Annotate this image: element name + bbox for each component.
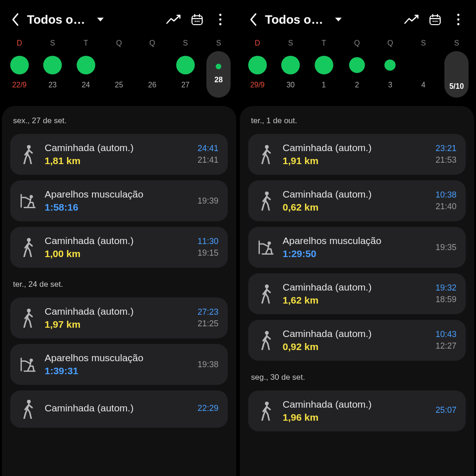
day-of-week-label: S: [288, 39, 293, 49]
svg-point-27: [435, 21, 436, 22]
activity-duration: 23:21: [436, 144, 456, 153]
week-day[interactable]: Q26: [137, 39, 167, 99]
weights-icon: [20, 191, 36, 211]
activity-dot: [216, 64, 221, 69]
activity-time: 19:35: [436, 243, 456, 252]
trends-button[interactable]: [165, 10, 183, 29]
svg-rect-0: [192, 16, 202, 25]
day-indicator: [74, 53, 98, 77]
activity-entry[interactable]: Aparelhos musculação1:58:1619:39: [10, 180, 228, 221]
day-indicator: 5/10: [444, 51, 469, 98]
day-indicator: [173, 53, 198, 77]
day-of-week-label: S: [421, 39, 426, 49]
walk-icon: [258, 144, 274, 165]
activity-entry[interactable]: Caminhada (autom.)22:29: [10, 390, 228, 428]
day-of-week-label: D: [255, 39, 260, 49]
activity-entry[interactable]: Caminhada (autom.)0,62 km10:3821:40: [248, 180, 466, 221]
pane: Todos o…D29/9S30T1Q2Q3S4S5/10ter., 1 de …: [238, 0, 476, 476]
day-of-week-label: T: [322, 39, 326, 49]
svg-point-28: [436, 21, 438, 22]
week-day[interactable]: D22/9: [4, 39, 35, 99]
week-bar: D22/9S23T24Q25Q26S27S28: [0, 39, 238, 99]
entry-times: 27:2321:25: [198, 307, 218, 329]
week-day[interactable]: D29/9: [242, 39, 273, 99]
activity-entry[interactable]: Caminhada (autom.)1,81 km24:4121:41: [10, 134, 228, 175]
svg-rect-22: [430, 16, 440, 25]
week-day[interactable]: S4: [408, 39, 439, 99]
walk-icon: [20, 144, 36, 165]
week-day[interactable]: S28: [203, 39, 234, 99]
activity-entry[interactable]: Caminhada (autom.)1,97 km27:2321:25: [10, 298, 228, 338]
week-day[interactable]: Q3: [375, 39, 405, 99]
week-day[interactable]: S30: [275, 39, 306, 99]
entry-main: Caminhada (autom.)0,62 km: [283, 189, 427, 213]
activity-name: Aparelhos musculação: [283, 235, 427, 246]
activity-metric: 1,97 km: [45, 319, 189, 330]
entry-main: Caminhada (autom.)1,62 km: [283, 282, 427, 306]
entry-times: 24:4121:41: [198, 144, 218, 165]
day-indicator: [245, 53, 270, 77]
day-of-week-label: Q: [387, 39, 393, 49]
back-button[interactable]: [246, 13, 260, 26]
page-title[interactable]: Todos o…: [27, 13, 85, 27]
activity-dot: [176, 56, 195, 74]
week-day[interactable]: S5/10: [441, 39, 472, 99]
svg-point-38: [265, 284, 269, 288]
activity-duration: 27:23: [198, 307, 218, 317]
entry-main: Caminhada (autom.): [45, 403, 189, 416]
day-indicator: [140, 53, 164, 77]
activity-entry[interactable]: Aparelhos musculação1:39:3119:38: [10, 344, 228, 385]
activity-time: 19:15: [198, 248, 218, 258]
activity-entry[interactable]: Caminhada (autom.)1,62 km19:3218:59: [248, 273, 466, 314]
more-button[interactable]: [449, 10, 468, 29]
activity-duration: 11:30: [198, 237, 218, 246]
activity-list[interactable]: ter., 1 de out.Caminhada (autom.)1,91 km…: [240, 106, 474, 476]
week-day[interactable]: Q25: [104, 39, 134, 99]
activity-dot: [110, 56, 128, 74]
entry-times: 19:39: [198, 196, 218, 206]
activity-duration: 10:43: [436, 330, 456, 339]
activity-time: 19:38: [198, 360, 218, 370]
day-date-label: 5/10: [450, 82, 464, 92]
activity-metric: 0,62 km: [283, 202, 427, 213]
activity-duration: 10:38: [436, 190, 456, 200]
section-header: seg., 30 de set.: [245, 366, 469, 389]
activity-name: Caminhada (autom.): [283, 399, 427, 410]
activity-dot: [43, 56, 62, 74]
title-dropdown-icon[interactable]: [334, 17, 343, 22]
week-day[interactable]: S23: [37, 39, 68, 99]
calendar-button[interactable]: [188, 10, 206, 29]
week-day[interactable]: Q2: [342, 39, 372, 99]
trends-button[interactable]: [403, 10, 421, 29]
week-day[interactable]: T1: [309, 39, 339, 99]
activity-name: Caminhada (autom.): [45, 142, 189, 153]
day-date-label: 3: [388, 81, 392, 90]
day-date-label: 4: [421, 81, 425, 90]
activity-list[interactable]: sex., 27 de set.Caminhada (autom.)1,81 k…: [2, 106, 236, 476]
activity-entry[interactable]: Caminhada (autom.)1,96 km25:07: [248, 390, 466, 431]
activity-duration: 22:29: [198, 403, 218, 413]
activity-entry[interactable]: Caminhada (autom.)1,00 km11:3019:15: [10, 227, 228, 268]
day-indicator: [7, 53, 32, 77]
activity-entry[interactable]: Caminhada (autom.)1,91 km23:2121:53: [248, 134, 466, 175]
entry-main: Aparelhos musculação1:29:50: [283, 235, 427, 259]
more-button[interactable]: [211, 10, 230, 29]
activity-time: 19:39: [198, 196, 218, 206]
activity-duration: 25:07: [436, 405, 456, 415]
week-day[interactable]: T24: [71, 39, 101, 99]
day-indicator: [312, 53, 336, 77]
back-button[interactable]: [8, 13, 22, 26]
activity-entry[interactable]: Caminhada (autom.)0,92 km10:4312:27: [248, 320, 466, 361]
week-day[interactable]: S27: [170, 39, 201, 99]
title-dropdown-icon[interactable]: [96, 17, 105, 22]
day-date-label: 27: [181, 81, 190, 90]
entry-times: 25:07: [436, 405, 456, 417]
activity-dot: [281, 56, 300, 74]
entry-times: 23:2121:53: [436, 144, 456, 165]
activity-entry[interactable]: Aparelhos musculação1:29:5019:35: [248, 227, 466, 268]
calendar-button[interactable]: [426, 10, 444, 29]
entry-times: 19:35: [436, 243, 456, 252]
page-title[interactable]: Todos o…: [265, 13, 323, 27]
activity-duration: 19:32: [436, 283, 456, 293]
svg-point-6: [198, 21, 200, 22]
